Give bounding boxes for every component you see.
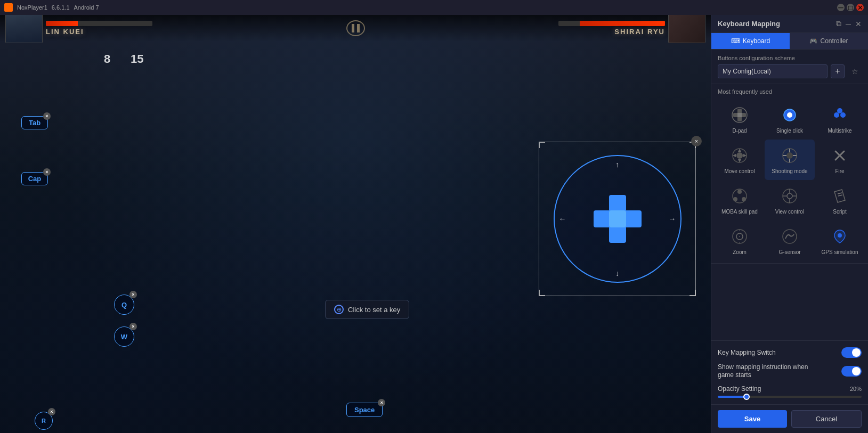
shooting-mode-label: Shooting mode [772, 168, 807, 175]
dpad-center [609, 210, 626, 227]
key-q-close[interactable]: × [129, 291, 137, 298]
control-grid: D-pad Single click [711, 97, 868, 264]
control-shooting-mode[interactable]: Shooting mode [765, 140, 815, 180]
key-q[interactable]: Q × [114, 295, 134, 315]
fire-label: Fire [835, 168, 844, 175]
shooting-mode-icon [779, 145, 800, 166]
player1-score: 8 [104, 52, 110, 66]
resize-handle-bl[interactable] [539, 290, 545, 296]
dpad-arrow-up: ↑ [615, 160, 619, 169]
control-move[interactable]: Move control [715, 140, 765, 180]
control-gsensor[interactable]: G-sensor [765, 220, 815, 261]
app-name-label: NoxPlayer1 [17, 4, 47, 11]
key-cap-close[interactable]: × [43, 168, 51, 176]
gps-label: GPS simulation [822, 249, 858, 256]
scheme-select[interactable]: My Config(Local) [718, 64, 828, 78]
most-used-label: Most frequently used [711, 84, 868, 97]
svg-point-10 [736, 152, 743, 159]
key-w[interactable]: W × [114, 326, 134, 347]
dpad-overlay[interactable]: × ↑ ↓ ← → [539, 142, 696, 296]
panel-minimize-button[interactable]: ─ [846, 20, 851, 28]
key-r-close[interactable]: × [48, 408, 55, 415]
view-control-icon [779, 185, 800, 207]
dpad-circle[interactable]: ↑ ↓ ← → [554, 155, 682, 283]
scheme-row: My Config(Local) + ☆ [718, 64, 862, 78]
show-mapping-label: Show mapping instruction when game start… [718, 363, 814, 380]
key-space[interactable]: Space × [346, 403, 383, 417]
single-click-icon [779, 104, 800, 126]
show-mapping-toggle[interactable] [841, 366, 862, 377]
tooltip-text: Click to set a key [348, 306, 400, 314]
multistrike-label: Multistrike [828, 128, 851, 134]
opacity-row: Opacity Setting 20% [718, 385, 862, 393]
control-view[interactable]: View control [765, 180, 815, 220]
dpad-label: D-pad [732, 128, 747, 134]
fire-icon [829, 145, 850, 166]
keyboard-tab[interactable]: ⌨ Keyboard [711, 33, 790, 49]
zoom-icon [729, 226, 750, 247]
key-w-close[interactable]: × [129, 323, 137, 330]
controller-tab[interactable]: 🎮 Controller [790, 33, 868, 49]
control-zoom[interactable]: Zoom [715, 220, 765, 261]
move-control-icon [729, 145, 750, 166]
script-icon [829, 185, 850, 207]
moba-skill-label: MOBA skill pad [721, 209, 758, 215]
tab-row: ⌨ Keyboard 🎮 Controller [711, 33, 868, 50]
save-button[interactable]: Save [718, 410, 787, 428]
control-fire[interactable]: Fire [815, 140, 865, 180]
panel-restore-button[interactable]: ⧉ [836, 19, 841, 28]
opacity-label: Opacity Setting [718, 385, 761, 393]
control-moba[interactable]: MOBA skill pad [715, 180, 765, 220]
cancel-button[interactable]: Cancel [791, 410, 862, 428]
key-tab[interactable]: Tab × [21, 116, 48, 129]
controller-tab-icon: 🎮 [809, 37, 817, 45]
control-dpad[interactable]: D-pad [715, 99, 765, 140]
panel-header: Keyboard Mapping ⧉ ─ ✕ [711, 15, 868, 33]
pause-area [346, 20, 365, 36]
tooltip-icon: ⊕ [334, 305, 344, 314]
svg-point-25 [733, 197, 737, 201]
opacity-section: Opacity Setting 20% [718, 385, 862, 398]
control-script[interactable]: Script [815, 180, 865, 220]
control-multistrike[interactable]: Multistrike [815, 99, 865, 140]
gsensor-label: G-sensor [778, 249, 800, 256]
keyboard-tab-label: Keyboard [743, 37, 770, 45]
control-gps[interactable]: GPS simulation [815, 220, 865, 261]
player1-name: LIN KUEI [46, 28, 84, 36]
resize-handle-tl[interactable] [539, 142, 545, 148]
window-controls: ─ □ ✕ [837, 4, 864, 11]
game-hud: LIN KUEI SHIRAI RYU [0, 15, 711, 42]
scheme-star-button[interactable]: ☆ [848, 64, 862, 78]
resize-handle-br[interactable] [689, 290, 696, 296]
close-button[interactable]: ✕ [856, 4, 864, 11]
player2-name: SHIRAI RYU [614, 28, 665, 36]
key-mapping-toggle[interactable] [841, 347, 862, 358]
right-panel: Keyboard Mapping ⧉ ─ ✕ ⌨ Keyboard 🎮 Cont… [711, 15, 868, 433]
view-control-label: View control [775, 209, 804, 215]
key-tab-close[interactable]: × [43, 112, 51, 120]
single-click-label: Single click [776, 128, 803, 134]
player1-health: LIN KUEI [46, 21, 152, 36]
dpad-cross[interactable] [594, 195, 642, 243]
key-r[interactable]: R × [35, 412, 53, 430]
svg-point-24 [737, 190, 742, 194]
svg-point-38 [783, 230, 797, 243]
title-bar: NoxPlayer1 6.6.1.1 Android 7 ─ □ ✕ [0, 0, 868, 15]
panel-close-button[interactable]: ✕ [855, 20, 862, 28]
opacity-slider-track[interactable] [718, 396, 862, 398]
player1-portrait [5, 15, 43, 43]
dpad-close-button[interactable]: × [691, 136, 702, 146]
scheme-add-button[interactable]: + [831, 64, 845, 78]
key-mapping-switch-row: Key Mapping Switch [718, 347, 862, 358]
maximize-button[interactable]: □ [847, 4, 854, 11]
opacity-slider-thumb[interactable] [743, 394, 750, 400]
keyboard-tab-icon: ⌨ [731, 37, 740, 45]
control-single-click[interactable]: Single click [765, 99, 815, 140]
minimize-button[interactable]: ─ [837, 4, 845, 11]
svg-rect-3 [737, 113, 742, 117]
svg-point-16 [786, 152, 793, 159]
main-area: LIN KUEI SHIRAI RYU 8 15 [0, 15, 868, 433]
svg-point-8 [837, 108, 842, 113]
key-cap[interactable]: Cap × [21, 172, 48, 185]
game-viewport[interactable]: LIN KUEI SHIRAI RYU 8 15 [0, 15, 711, 433]
